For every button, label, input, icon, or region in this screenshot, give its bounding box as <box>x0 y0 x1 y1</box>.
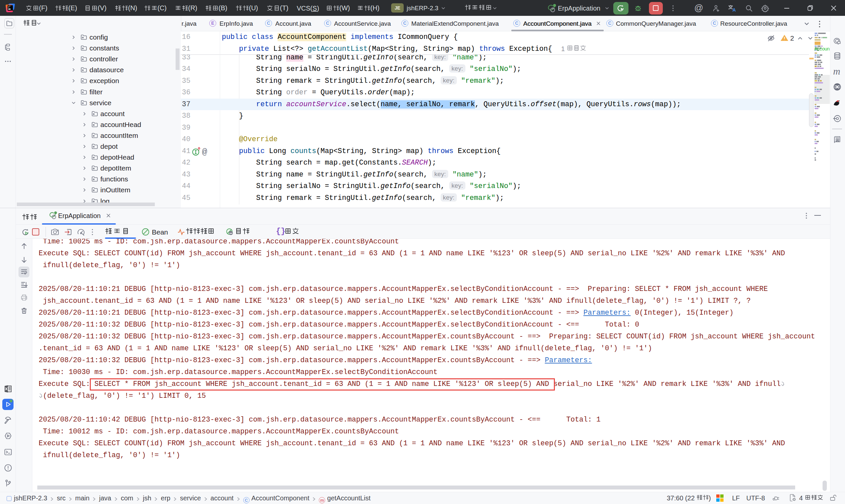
svg-text:A: A <box>733 7 736 12</box>
svg-text:Accoun: Accoun <box>814 47 830 52</box>
